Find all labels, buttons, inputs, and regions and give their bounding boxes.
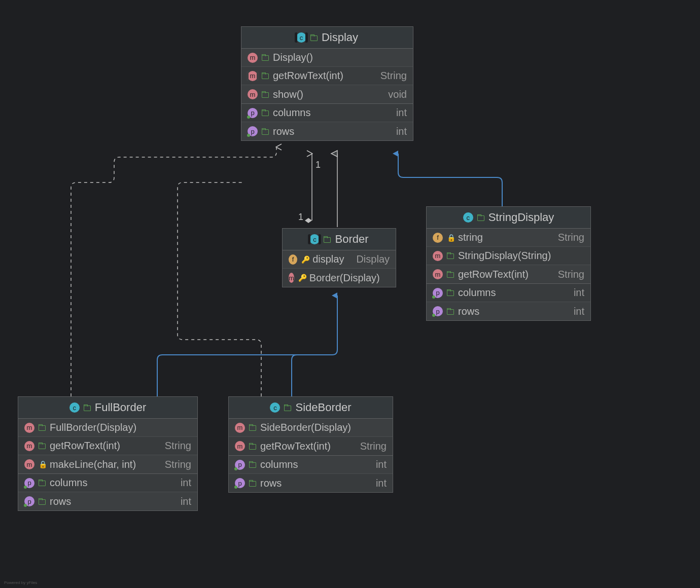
class-fullborder[interactable]: c FullBorder m FullBorder(Display) m get… (18, 396, 198, 511)
property-icon: p (433, 288, 443, 298)
edge-fullborder-display-dep (71, 147, 276, 396)
class-stringdisplay[interactable]: c StringDisplay f 🔒 string String m Stri… (426, 206, 591, 321)
property-icon: p (248, 126, 258, 136)
member-row: m getRowText(int) String (18, 437, 197, 455)
visibility-icon (262, 126, 269, 137)
class-header: c FullBorder (18, 397, 197, 419)
edge-stringdisplay-display (398, 154, 502, 208)
method-icon: m (433, 251, 443, 261)
visibility-private-icon: 🔒 (447, 234, 454, 242)
member-row: m StringDisplay(String) (427, 247, 590, 265)
visibility-open-icon (310, 32, 318, 44)
member-row: m FullBorder(Display) (18, 419, 197, 437)
edge-sideborder-display-dep (178, 182, 261, 396)
member-row: m getRowText(int) String (229, 437, 393, 455)
method-icon: m (248, 89, 258, 99)
method-icon: m (24, 441, 34, 451)
visibility-icon (249, 477, 256, 489)
visibility-icon (262, 52, 269, 63)
visibility-icon (39, 477, 46, 489)
visibility-icon (39, 496, 46, 507)
visibility-icon (447, 250, 454, 262)
method-icon: m (289, 273, 294, 283)
method-icon: m (248, 53, 258, 63)
property-icon: p (433, 306, 443, 316)
class-icon: c (296, 32, 306, 43)
class-title: FullBorder (95, 401, 146, 414)
member-row: m getRowText(int) String (241, 67, 413, 85)
visibility-icon (447, 306, 454, 317)
visibility-icon (39, 422, 46, 433)
field-icon: f (433, 233, 443, 243)
class-header: c StringDisplay (427, 207, 590, 229)
visibility-icon (39, 440, 46, 452)
visibility-private-icon: 🔒 (39, 460, 46, 468)
visibility-icon (249, 459, 256, 470)
member-row: m SideBorder(Display) (229, 419, 393, 437)
visibility-icon (262, 107, 269, 119)
member-row: f 🔒 string String (427, 229, 590, 247)
class-title: Border (335, 233, 368, 246)
property-icon: p (24, 478, 34, 488)
visibility-open-icon (477, 212, 484, 224)
edge-fullborder-border (157, 296, 337, 396)
visibility-open-icon (84, 402, 91, 414)
member-row: p columns int (241, 104, 413, 122)
visibility-icon (447, 287, 454, 299)
class-icon: c (69, 402, 80, 413)
class-header: c Display (241, 27, 413, 49)
class-header: c SideBorder (229, 397, 393, 419)
member-row: p columns int (18, 474, 197, 492)
member-row: f 🔑 display Display (283, 250, 396, 269)
aggregation-label-top: 1 (316, 160, 321, 170)
visibility-open-icon (324, 234, 331, 245)
class-title: SideBorder (295, 401, 351, 414)
member-row: p rows int (241, 122, 413, 140)
visibility-icon (447, 269, 454, 280)
class-header: c Border (283, 229, 396, 250)
visibility-icon (262, 70, 269, 82)
member-row: m getRowText(int) String (427, 265, 590, 283)
member-row: p columns int (229, 456, 393, 474)
member-row: m 🔑 Border(Display) (283, 269, 396, 287)
class-sideborder[interactable]: c SideBorder m SideBorder(Display) m get… (228, 396, 393, 493)
visibility-open-icon (284, 402, 291, 414)
property-icon: p (235, 460, 245, 470)
aggregation-label-bottom: 1 (298, 212, 303, 223)
member-row: p rows int (427, 302, 590, 320)
method-icon: m (235, 441, 245, 451)
field-icon: f (289, 254, 297, 265)
member-row: p rows int (229, 474, 393, 492)
class-display[interactable]: c Display m Display() m getRowText(int) … (241, 26, 413, 141)
member-row: m Display() (241, 49, 413, 67)
class-title: StringDisplay (488, 211, 554, 224)
class-icon: c (309, 234, 320, 244)
property-icon: p (248, 108, 258, 118)
visibility-icon (262, 89, 269, 100)
class-icon: c (463, 212, 473, 223)
member-row: m show() void (241, 85, 413, 103)
method-icon: m (24, 423, 34, 433)
visibility-icon (249, 440, 256, 452)
footer-attribution: Powered by yFiles (4, 580, 37, 585)
member-row: p columns int (427, 284, 590, 302)
method-icon: m (24, 459, 34, 469)
method-abstract-icon: m (248, 71, 258, 81)
method-icon: m (433, 269, 443, 279)
method-icon: m (235, 423, 245, 433)
visibility-protected-icon: 🔑 (298, 274, 305, 282)
member-row: p rows int (18, 492, 197, 510)
edge-sideborder-border (292, 355, 332, 396)
class-border[interactable]: c Border f 🔑 display Display m 🔑 Border(… (282, 228, 396, 287)
member-row: m 🔒 makeLine(char, int) String (18, 455, 197, 473)
property-icon: p (235, 478, 245, 488)
visibility-icon (249, 422, 256, 433)
diagram-canvas[interactable]: 1 1 c Display m Display() m getRowText(i… (0, 0, 700, 588)
visibility-protected-icon: 🔑 (301, 255, 308, 264)
property-icon: p (24, 496, 34, 506)
class-title: Display (322, 31, 358, 44)
class-icon: c (270, 402, 280, 413)
